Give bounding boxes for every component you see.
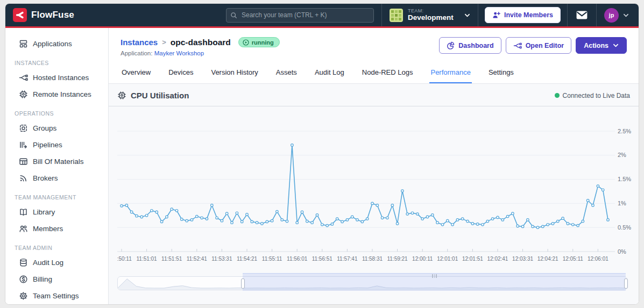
svg-text:11:50:11: 11:50:11 [117, 256, 132, 262]
sidebar-item-pipelines[interactable]: Pipelines [5, 137, 108, 153]
sidebar-item-label: Brokers [33, 174, 58, 182]
tab-performance[interactable]: Performance [429, 64, 471, 83]
search-input[interactable] [226, 8, 374, 23]
chevron-down-icon [613, 42, 619, 48]
svg-text:11:59:21: 11:59:21 [387, 256, 408, 262]
sidebar-item-label: Audit Log [33, 259, 63, 267]
svg-text:11:54:21: 11:54:21 [237, 256, 258, 262]
svg-text:12:03:31: 12:03:31 [512, 256, 533, 262]
sidebar-section-team-management: TEAM MANAGEMENT [5, 187, 108, 204]
invite-members-label: Invite Members [504, 11, 553, 19]
svg-text:12:02:41: 12:02:41 [487, 256, 508, 262]
app-window: FlowFuse TEAM: Development Invite Member… [5, 3, 639, 305]
sidebar-item-label: Bill Of Materials [33, 157, 84, 166]
sidebar-item-label: Billing [33, 275, 52, 283]
svg-text:12:01:01: 12:01:01 [437, 256, 458, 262]
tab-overview[interactable]: Overview [121, 64, 152, 83]
sidebar-item-label: Remote Instances [33, 90, 91, 98]
svg-text:11:51:51: 11:51:51 [161, 256, 182, 262]
svg-text:11:52:41: 11:52:41 [187, 256, 208, 262]
status-badge: running [238, 37, 280, 47]
team-label: TEAM: [408, 8, 459, 13]
pie-chart-icon [447, 41, 455, 49]
dollar-icon [19, 275, 28, 284]
breadcrumb-instances-link[interactable]: Instances [121, 38, 158, 47]
actions-button[interactable]: Actions [576, 37, 627, 54]
svg-text:12:06:01: 12:06:01 [588, 256, 608, 262]
invite-user-icon [492, 11, 500, 19]
svg-text:11:57:41: 11:57:41 [337, 256, 358, 262]
brand-name: FlowFuse [31, 10, 74, 20]
flowfuse-logo[interactable]: FlowFuse [13, 8, 74, 22]
open-editor-button[interactable]: Open Editor [506, 37, 572, 54]
tab-node-red-logs[interactable]: Node-RED Logs [361, 64, 414, 83]
tab-assets[interactable]: Assets [275, 64, 298, 83]
dashboard-button-label: Dashboard [458, 42, 493, 49]
svg-text:11:55:11: 11:55:11 [262, 256, 282, 262]
invite-members-button[interactable]: Invite Members [485, 7, 561, 23]
instance-header: Instances > opc-dashboard running Applic… [109, 28, 639, 56]
performance-section: CPU Utilisation Connected to Live Data 0… [109, 84, 639, 304]
instance-name: opc-dashboard [171, 38, 231, 47]
user-avatar: jp [604, 8, 619, 23]
sidebar-item-members[interactable]: Members [5, 220, 108, 237]
sidebar-item-applications[interactable]: Applications [5, 35, 108, 52]
sidebar-item-hosted-instances[interactable]: Hosted Instances [5, 69, 108, 86]
minimap-drag-grip[interactable] [432, 274, 437, 278]
application-label: Application: [121, 50, 152, 56]
team-search [226, 8, 374, 23]
svg-text:12:04:21: 12:04:21 [537, 256, 558, 262]
sidebar-item-library[interactable]: Library [5, 204, 108, 220]
sidebar-item-label: Groups [33, 124, 56, 132]
live-status: Connected to Live Data [555, 92, 630, 99]
sidebar-item-team-settings[interactable]: Team Settings [5, 288, 108, 304]
sidebar-item-label: Pipelines [33, 141, 62, 149]
cpu-line-chart: 0%0.5%1%1.5%2%2.5%11:50:1111:51:0111:51:… [117, 111, 634, 267]
tab-audit-log[interactable]: Audit Log [314, 64, 345, 83]
svg-text:11:56:51: 11:56:51 [312, 256, 333, 262]
sidebar-item-billing[interactable]: Billing [5, 271, 108, 288]
sidebar-item-groups[interactable]: Groups [5, 120, 108, 137]
team-selector[interactable]: TEAM: Development [382, 4, 478, 26]
flowfuse-logo-icon [13, 8, 27, 22]
team-avatar [390, 9, 403, 22]
search-icon [230, 12, 237, 19]
svg-text:0%: 0% [618, 248, 626, 255]
notifications-button[interactable] [568, 11, 596, 19]
svg-text:12:05:11: 12:05:11 [563, 256, 584, 262]
sidebar-item-label: Team Settings [33, 292, 79, 300]
node-pipe-icon [513, 41, 522, 50]
chip-icon [19, 90, 28, 99]
minimap-right-handle[interactable] [624, 278, 628, 289]
application-row: Application: Mayker Workshop [121, 50, 280, 56]
sidebar-section-team-admin: TEAM ADMIN [5, 237, 108, 254]
node-pipe-icon [19, 73, 28, 82]
panel-header: CPU Utilisation Connected to Live Data [109, 84, 639, 106]
minimap-left-handle[interactable] [241, 278, 245, 289]
svg-text:11:53:31: 11:53:31 [211, 256, 232, 262]
svg-text:1.5%: 1.5% [618, 176, 631, 182]
tab-settings[interactable]: Settings [487, 64, 515, 83]
tab-version-history[interactable]: Version History [210, 64, 259, 83]
chart-range-minimap[interactable] [117, 276, 627, 290]
application-link[interactable]: Mayker Workshop [154, 50, 204, 56]
user-menu[interactable]: jp [597, 8, 631, 23]
status-label: running [252, 39, 274, 46]
panel-title: CPU Utilisation [131, 91, 189, 100]
sidebar-item-audit-log[interactable]: Audit Log [5, 254, 108, 271]
sidebar-item-bill-of-materials[interactable]: Bill Of Materials [5, 153, 108, 170]
users-icon [19, 224, 28, 233]
sidebar-item-label: Applications [33, 40, 72, 48]
svg-text:1%: 1% [618, 200, 626, 206]
dashboard-button[interactable]: Dashboard [439, 37, 501, 54]
sidebar-item-label: Library [33, 208, 55, 216]
book-icon [19, 207, 28, 217]
pipelines-icon [19, 140, 28, 149]
sidebar-item-brokers[interactable]: Brokers [5, 170, 108, 187]
group-chip-icon [19, 124, 28, 133]
mail-icon [576, 11, 588, 19]
breadcrumb: Instances > opc-dashboard running [121, 37, 280, 47]
svg-text:0.5%: 0.5% [618, 224, 631, 231]
tab-devices[interactable]: Devices [167, 64, 194, 83]
sidebar-item-remote-instances[interactable]: Remote Instances [5, 86, 108, 103]
